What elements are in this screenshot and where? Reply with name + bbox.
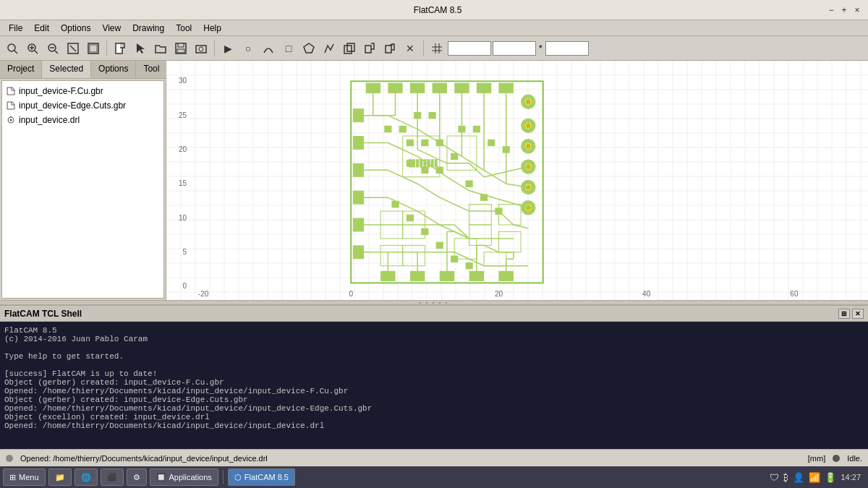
delete-tool[interactable]: ✕: [401, 39, 420, 58]
svg-point-19: [199, 47, 203, 51]
taskbar-terminal-button[interactable]: ⬛: [101, 468, 124, 486]
menu-tool[interactable]: Tool: [170, 22, 197, 35]
svg-point-35: [10, 119, 12, 121]
tab-selected[interactable]: Selected: [42, 61, 91, 78]
idle-dot: [833, 455, 840, 462]
svg-line-7: [55, 51, 58, 53]
menu-view[interactable]: View: [96, 22, 127, 35]
menu-options[interactable]: Options: [55, 22, 96, 35]
tcl-shell-title: FlatCAM TCL Shell: [4, 309, 82, 319]
toolbar-separator-1: [106, 40, 107, 56]
svg-rect-24: [386, 46, 391, 53]
tcl-undock-button[interactable]: ⊞: [838, 309, 850, 319]
menu-drawing[interactable]: Drawing: [127, 22, 170, 35]
menu-help[interactable]: Help: [197, 22, 227, 35]
snap-input[interactable]: 0.05: [545, 41, 589, 56]
open-button[interactable]: [151, 39, 170, 58]
tree-item-drl-label: input_device.drl: [19, 115, 80, 125]
taskbar-right: 🛡 ₿ 👤 📶 🔋 14:27: [770, 472, 865, 483]
circle-tool[interactable]: ○: [239, 39, 258, 58]
shield-icon: 🛡: [770, 472, 779, 483]
status-indicator: [6, 455, 13, 462]
zoom-fit-button[interactable]: [3, 39, 22, 58]
window-controls[interactable]: − + ×: [826, 5, 862, 15]
taskbar-flatcam-button[interactable]: ⬡ FlatCAM 8.5: [228, 468, 295, 486]
svg-rect-23: [365, 46, 371, 53]
terminal-icon: ⬛: [107, 473, 117, 482]
gerber-icon: [5, 85, 17, 97]
tab-options[interactable]: Options: [91, 61, 136, 78]
project-tree: input_device-F.Cu.gbr input_device-Edge.…: [1, 80, 164, 299]
taskbar-filemanager-button[interactable]: 📁: [48, 468, 72, 486]
minimize-button[interactable]: −: [826, 5, 836, 15]
folder-icon: 📁: [55, 473, 65, 482]
pointer-button[interactable]: [131, 39, 150, 58]
status-unit: [mm]: [808, 454, 825, 463]
tcl-output[interactable]: FlatCAM 8.5 (c) 2014-2016 Juan Pablo Car…: [0, 322, 868, 449]
grid-button[interactable]: [427, 39, 446, 58]
cut-tool[interactable]: [360, 39, 379, 58]
new-button[interactable]: [111, 39, 129, 58]
replot-button[interactable]: [84, 39, 103, 58]
browser-icon: 🌐: [81, 473, 91, 482]
taskbar-settings-button[interactable]: ⚙: [127, 468, 147, 486]
taskbar-flatcam-label: FlatCAM 8.5: [244, 473, 289, 481]
app-title: FlatCAM 8.5: [49, 5, 826, 15]
rect-tool[interactable]: □: [279, 39, 298, 58]
toolbar-separator-3: [423, 40, 424, 56]
toolbar: ▶ ○ □ ✕ 0.1 0.1 * 0.05: [0, 36, 868, 61]
move-tool[interactable]: [380, 39, 399, 58]
svg-rect-22: [347, 43, 354, 51]
svg-marker-20: [304, 43, 314, 53]
tree-item-fcu[interactable]: input_device-F.Cu.gbr: [5, 84, 161, 98]
svg-line-3: [35, 51, 38, 53]
grid-x-input[interactable]: 0.1: [448, 41, 491, 56]
menu-file[interactable]: File: [3, 22, 28, 35]
titlebar: FlatCAM 8.5 − + ×: [0, 0, 868, 20]
svg-rect-12: [90, 45, 97, 52]
svg-marker-14: [137, 43, 145, 53]
statusbar: Opened: /home/thierry/Documents/kicad/in…: [0, 449, 868, 466]
screenshot-button[interactable]: [192, 39, 210, 58]
poly-tool[interactable]: [299, 39, 318, 58]
tab-project[interactable]: Project: [0, 61, 42, 78]
copy-tool[interactable]: [340, 39, 359, 58]
taskbar-separator: [223, 470, 224, 484]
canvas-area[interactable]: [166, 61, 868, 300]
zoom-out-button[interactable]: [43, 39, 62, 58]
tree-item-fcu-label: input_device-F.Cu.gbr: [19, 86, 103, 96]
left-panel: Project Selected Options Tool input_devi…: [0, 61, 166, 300]
bluetooth-icon: ₿: [783, 472, 788, 483]
tcl-shell-panel: FlatCAM TCL Shell ⊞ ✕ FlatCAM 8.5 (c) 20…: [0, 304, 868, 449]
svg-point-0: [8, 44, 15, 51]
arc-tool[interactable]: [259, 39, 278, 58]
pcb-canvas[interactable]: [166, 61, 868, 300]
save-button[interactable]: [171, 39, 190, 58]
taskbar-apps-button[interactable]: 🔲 Applications: [150, 468, 218, 486]
tab-bar: Project Selected Options Tool: [0, 61, 166, 79]
menubar: File Edit Options View Drawing Tool Help: [0, 20, 868, 36]
flatcam-icon: ⬡: [234, 473, 242, 482]
taskbar-menu-button[interactable]: ⊞ Menu: [3, 468, 46, 486]
menu-edit[interactable]: Edit: [28, 22, 55, 35]
tcl-shell-buttons[interactable]: ⊞ ✕: [838, 309, 864, 319]
select-tool[interactable]: ▶: [218, 39, 237, 58]
zoom-in-button[interactable]: [23, 39, 42, 58]
taskbar: ⊞ Menu 📁 🌐 ⬛ ⚙ 🔲 Applications ⬡ FlatCAM …: [0, 466, 868, 488]
taskbar-browser-button[interactable]: 🌐: [75, 468, 98, 486]
clock: 14:27: [841, 473, 861, 481]
path-tool[interactable]: [320, 39, 339, 58]
tree-item-edge[interactable]: input_device-Edge.Cuts.gbr: [5, 98, 161, 113]
clear-plot-button[interactable]: [64, 39, 82, 58]
svg-rect-17: [177, 49, 184, 53]
tree-item-drl[interactable]: input_device.drl: [5, 113, 161, 127]
tab-tool[interactable]: Tool: [136, 61, 167, 78]
maximize-button[interactable]: +: [839, 5, 849, 15]
user-icon: 👤: [793, 472, 804, 483]
apps-icon: 🔲: [156, 473, 166, 482]
gerber-icon-2: [5, 100, 17, 111]
grid-y-input[interactable]: 0.1: [493, 41, 536, 56]
tcl-close-button[interactable]: ✕: [852, 309, 864, 319]
close-button[interactable]: ×: [852, 5, 862, 15]
settings-icon: ⚙: [133, 473, 140, 482]
